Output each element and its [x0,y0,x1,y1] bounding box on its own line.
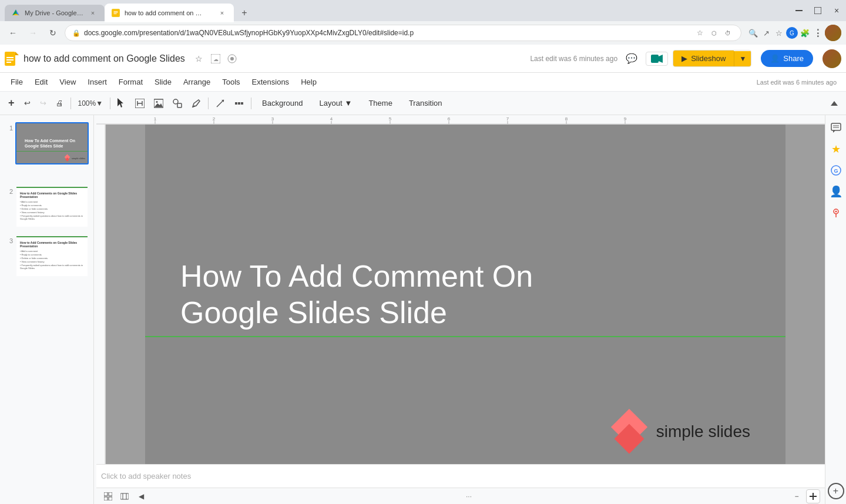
address-text: docs.google.com/presentation/d/1waQN0VE8… [84,29,414,37]
menu-edit[interactable]: Edit [29,75,53,89]
menu-bar: File Edit View Insert Format Slide Arran… [0,73,846,92]
collapse-toolbar-button[interactable] [827,96,841,110]
redo-button[interactable]: ↪ [36,95,50,112]
close-button[interactable]: × [832,6,841,15]
bottom-center-dots: ··· [466,492,472,500]
slideshow-dropdown-button[interactable]: ▼ [734,51,751,66]
star-panel-icon[interactable]: ★ [828,141,844,157]
menu-file[interactable]: File [5,75,29,89]
tab-inactive-close-button[interactable]: × [88,8,98,18]
print-button[interactable]: 🖨 [52,95,67,112]
zoom-level: 100% [78,99,96,107]
undo-button[interactable]: ↩ [21,95,34,112]
minimize-button[interactable] [794,6,804,15]
slides-app-icon [5,52,19,66]
slide-main-title: How To Add Comment On Google Slides Slid… [180,258,592,331]
svg-text:G: G [790,30,794,36]
slide-thumb-3[interactable]: How to Add Comments on Google Slides Pre… [15,235,89,277]
share-button[interactable]: 👤 Share [761,50,813,67]
filmstrip-view-button[interactable] [118,489,132,503]
bookmark-icon[interactable]: ☆ [694,27,706,39]
slide-thumbnail-1[interactable]: 1 How To Add Comment OnGoogle Slides Sli… [0,120,93,167]
svg-text:7: 7 [506,116,509,122]
zoom-button[interactable]: 100% ▼ [75,95,107,112]
speaker-notes-area[interactable]: Click to add speaker notes [96,464,825,488]
zoom-in-button[interactable] [806,489,820,503]
slideshow-start-button[interactable]: ▶ Slideshow [673,51,734,66]
meet-button[interactable] [646,52,668,66]
move-to-drive-icon[interactable]: ☁ [209,52,223,66]
google-account-icon[interactable]: G [786,27,798,39]
cast-icon[interactable]: ⬡ [708,27,720,39]
theme-button[interactable]: Theme [361,96,399,110]
main-slide[interactable]: How To Add Comment On Google Slides Slid… [145,125,785,464]
profile-button[interactable] [825,25,841,41]
app-profile-button[interactable] [822,49,841,68]
slide-thumb-2[interactable]: How to Add Comments on Google Slides Pre… [15,186,89,228]
menu-view[interactable]: View [53,75,82,89]
svg-rect-63 [109,497,112,500]
bookmark-app-icon[interactable]: ☆ [192,52,206,66]
text-box-button[interactable] [132,95,148,112]
google-icon[interactable]: G [828,162,844,179]
tab-active-close-button[interactable]: × [217,8,227,18]
slide-thumb-1[interactable]: How To Add Comment OnGoogle Slides Slide… [15,122,89,164]
menu-help[interactable]: Help [295,75,323,89]
star-icon[interactable]: ☆ [773,27,785,39]
extensions-icon[interactable]: 🧩 [799,27,811,39]
tab-active[interactable]: how to add comment on Google × [105,4,234,22]
play-icon: ▶ [682,54,687,63]
tab-inactive[interactable]: My Drive - Google Drive × [5,5,105,21]
svg-rect-35 [235,102,237,105]
add-panel-button[interactable]: + [828,483,844,499]
svg-point-19 [230,57,234,61]
person-panel-icon[interactable]: 👤 [828,183,844,200]
history-icon[interactable]: ⏱ [722,27,734,39]
drawing-tool-button[interactable] [188,95,204,112]
window-title-bar: My Drive - Google Drive × how to add com… [0,0,846,21]
layout-button[interactable]: Layout ▼ [313,96,360,110]
menu-icon[interactable]: ⋮ [812,27,824,39]
svg-marker-21 [659,55,663,63]
reload-button[interactable]: ↻ [45,25,61,41]
back-button[interactable]: ← [5,25,21,41]
menu-arrange[interactable]: Arrange [177,75,216,89]
background-button[interactable]: Background [255,96,310,110]
thumb2-item-4: • View comment history [20,211,84,214]
transition-button[interactable]: Transition [402,96,449,110]
simple-slides-diamond-icon [612,414,647,449]
more-tools-button[interactable] [231,95,247,112]
comment-button[interactable]: 💬 [622,49,641,68]
shapes-button[interactable] [169,95,186,112]
maps-panel-icon[interactable] [828,204,844,221]
menu-extensions[interactable]: Extensions [246,75,296,89]
svg-text:5: 5 [389,116,392,122]
menu-insert[interactable]: Insert [82,75,113,89]
comments-panel-icon[interactable] [828,120,844,136]
zoom-out-button[interactable]: − [790,489,804,503]
svg-point-28 [156,101,158,103]
address-input[interactable]: 🔒 docs.google.com/presentation/d/1waQN0V… [65,25,741,41]
line-tool-button[interactable] [212,95,229,112]
grid-view-button[interactable] [101,489,115,503]
maximize-button[interactable] [813,6,822,15]
slide-thumbnail-2[interactable]: 2 How to Add Comments on Google Slides P… [0,183,93,230]
status-icon[interactable] [225,52,239,66]
menu-format[interactable]: Format [113,75,149,89]
svg-rect-36 [238,102,240,105]
new-tab-button[interactable]: + [236,5,253,21]
menu-slide[interactable]: Slide [149,75,177,89]
share-page-icon[interactable]: ↗ [760,27,772,39]
forward-button[interactable]: → [25,25,41,41]
search-icon[interactable]: 🔍 [747,27,759,39]
add-slide-button[interactable]: + [5,95,18,112]
svg-marker-22 [118,98,123,107]
menu-tools[interactable]: Tools [216,75,246,89]
image-insert-button[interactable] [150,95,167,112]
cursor-tool-button[interactable] [114,95,129,112]
thumb3-item-5: • Frequently asked questions about how t… [20,264,84,270]
right-panel: ★ G 👤 + [825,115,846,504]
collapse-panel-button[interactable]: ◀ [134,489,148,503]
slide-thumbnail-3[interactable]: 3 How to Add Comments on Google Slides P… [0,233,93,280]
slide-canvas-wrapper[interactable]: How To Add Comment On Google Slides Slid… [106,125,825,464]
